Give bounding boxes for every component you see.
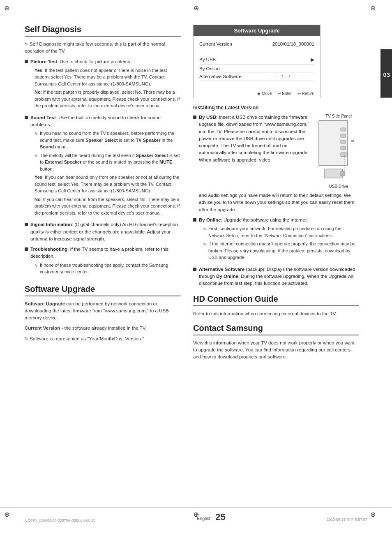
svg-rect-6 (341, 153, 346, 157)
page-number: 25 (215, 512, 225, 522)
current-version-row-value: 2010/01/18_000001 (272, 42, 314, 46)
contact-samsung-section: Contact Samsung View this information wh… (193, 323, 359, 361)
list-item: By USB: Insert a USB drive containing th… (193, 114, 312, 164)
footer-filename: [LC670_USA]BN68-02870A-03Eng.indb 25 (25, 518, 96, 522)
crosshair-top-left: ⊕ (4, 4, 9, 12)
self-diagnosis-section: Self Diagnosis ✎ Self Diagnostic might t… (25, 25, 181, 277)
bullet-content: Picture Test: Use to check for picture p… (30, 58, 181, 111)
bullet-content: By Online: Upgrade the software using th… (199, 217, 359, 263)
software-upgrade-section: Software Upgrade Software Upgrade can be… (25, 284, 181, 342)
by-usb-continued: and audio settings you have made will re… (199, 192, 359, 213)
installing-title: Installing the Latest Version (193, 105, 359, 111)
note-icon-intro: ✎ (25, 42, 28, 46)
signal-info-label: Signal Information (30, 222, 72, 227)
self-diagnosis-intro: ✎ Self Diagnostic might take few seconds… (25, 41, 181, 55)
installing-section: Installing the Latest Version TV Side Pa… (193, 105, 359, 287)
by-online-row: By Online (199, 65, 314, 73)
list-item: Alternative Software (backup): Displays … (193, 266, 359, 287)
contact-samsung-text: View this information when your TV does … (193, 340, 359, 361)
list-item: Troubleshooting: If the TV seems to have… (25, 246, 181, 277)
hd-connection-title: HD Connection Guide (193, 294, 359, 306)
contact-samsung-title: Contact Samsung (193, 323, 359, 335)
list-item: ✎ First, configure your network. For det… (203, 225, 359, 239)
list-item: No: If you can hear sound from the speak… (35, 196, 181, 217)
software-upgrade-box: Software Upgrade Current Version 2010/01… (193, 25, 321, 98)
tv-side-panel-label: TV Side Panel (318, 114, 359, 118)
footer-move: ◆ Move (257, 91, 272, 96)
alternative-software-row: Alternative Software ----/--/-- ------- (199, 73, 314, 81)
left-column: Self Diagnosis ✎ Self Diagnostic might t… (25, 25, 181, 499)
by-usb-row: By USB ▶ (199, 55, 314, 65)
side-tab: 03 Basic Features (380, 49, 392, 98)
software-upgrade-title: Software Upgrade (25, 284, 181, 296)
alternative-label: Alternative Software (199, 74, 242, 79)
current-version-row-label: Current Version (199, 42, 232, 46)
tv-diagram: TV Side Panel or (318, 114, 359, 189)
software-upgrade-intro: Software Upgrade can be performed by net… (25, 300, 181, 322)
crosshair-bottom-left: ⊕ (4, 511, 9, 518)
footer-date: 2010-06-25 오후 5:57:57 (327, 517, 367, 522)
picture-test-label: Picture Test (30, 59, 57, 64)
troubleshooting-label: Troubleshooting (30, 247, 67, 252)
tv-side-svg: or (318, 120, 359, 181)
list-item: Signal Information: (Digital channels on… (25, 221, 181, 243)
by-usb-label-text: By USB (199, 115, 216, 120)
troubleshooting-sub-list: ✎ If none of these troubleshooting tips … (30, 262, 181, 275)
current-version-row: Current Version 2010/01/18_000001 (199, 40, 314, 48)
crosshair-top-center: ⊕ (194, 4, 199, 12)
bullet-content: Alternative Software (backup): Displays … (199, 266, 359, 287)
note-icon: ✎ (35, 263, 38, 269)
list-item: ✎ If the internet connection doesn't ope… (203, 240, 359, 261)
upgrade-box-footer: ◆ Move ↵ Enter ↩ Return (194, 89, 320, 98)
crosshair-bottom-right: ⊕ (370, 511, 376, 518)
list-item: By Online: Upgrade the software using th… (193, 217, 359, 263)
bullet-square (25, 116, 28, 119)
upgrade-box-header: Software Upgrade (194, 25, 320, 36)
by-online-label: By Online (199, 66, 220, 71)
note-icon: ✎ (35, 153, 38, 159)
alternative-software-label: Alternative Software (199, 267, 244, 272)
svg-text:or: or (351, 139, 354, 143)
bullet-content: Sound Test: Use the built-in melody soun… (30, 114, 181, 218)
right-column-inner: Software Upgrade Current Version 2010/01… (193, 25, 359, 360)
bullet-square (25, 223, 28, 226)
bullet-content: By USB: Insert a USB drive containing th… (199, 114, 312, 164)
self-diagnosis-title: Self Diagnosis (25, 25, 181, 37)
picture-test-sub-list: Yes: If the test pattern does not appear… (30, 67, 181, 109)
by-online-label-text: By Online (199, 217, 221, 222)
list-item: Yes: If the test pattern does not appear… (35, 67, 181, 88)
list-item: ✎ If you hear no sound from the TV's spe… (35, 130, 181, 150)
list-item: Picture Test: Use to check for picture p… (25, 58, 181, 111)
bullet-square (193, 116, 196, 119)
footer-enter: ↵ Enter (278, 91, 292, 96)
side-tab-number: 03 (383, 71, 390, 78)
svg-rect-4 (341, 146, 346, 150)
svg-rect-8 (341, 171, 345, 176)
list-item: Sound Test: Use the built-in melody soun… (25, 114, 181, 218)
svg-rect-7 (324, 169, 343, 178)
hd-connection-text: Refer to this information when connectin… (193, 310, 359, 317)
crosshair-bottom-center: ⊕ (194, 511, 199, 518)
bullet-content: Signal Information: (Digital channels on… (30, 221, 181, 243)
installing-list-2: By Online: Upgrade the software using th… (193, 217, 359, 287)
list-item: ✎ The melody will be heard during the te… (35, 152, 181, 173)
hd-connection-section: HD Connection Guide Refer to this inform… (193, 294, 359, 317)
bullet-content: Troubleshooting: If the TV seems to have… (30, 246, 181, 277)
svg-rect-1 (341, 128, 346, 131)
arrow-right-icon: ▶ (311, 57, 314, 62)
right-column: Software Upgrade Current Version 2010/01… (193, 25, 371, 499)
bullet-square (25, 247, 28, 251)
sound-test-label: Sound Test (30, 115, 56, 120)
alternative-value: ----/--/-- ------- (272, 74, 314, 79)
current-version-label: Current Version (25, 326, 60, 330)
software-note: ✎ Software is represented as "Year/Month… (25, 335, 181, 342)
software-upgrade-bold: Software Upgrade (25, 301, 65, 306)
self-diagnosis-list: Picture Test: Use to check for picture p… (25, 58, 181, 277)
note-icon-sw: ✎ (25, 336, 28, 341)
by-usb-content: TV Side Panel or (193, 114, 359, 192)
note-icon: ✎ (203, 226, 206, 232)
list-item: No: If the test pattern is properly disp… (35, 89, 181, 109)
svg-rect-2 (341, 134, 346, 137)
usb-drive-label: USB Drive (318, 184, 359, 189)
bullet-square (193, 218, 196, 222)
